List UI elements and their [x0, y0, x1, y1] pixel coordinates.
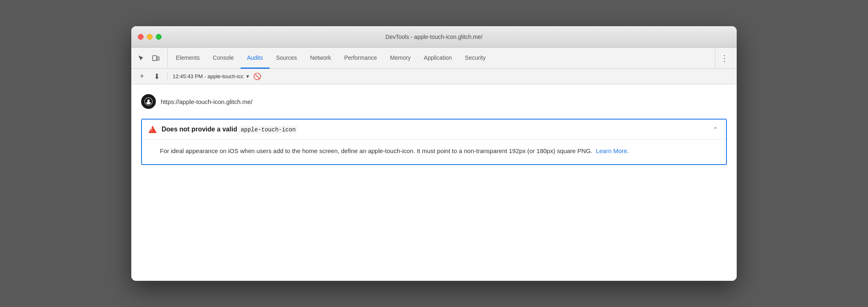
audit-card-body: For ideal appearance on iOS when users a…: [142, 139, 726, 164]
device-toggle-button[interactable]: [149, 52, 162, 65]
block-icon: 🚫: [253, 72, 261, 80]
svg-rect-1: [157, 57, 159, 60]
audit-session-label: 12:45:43 PM - apple-touch-icc ▼: [173, 73, 250, 79]
audit-description: For ideal appearance on iOS when users a…: [160, 147, 592, 154]
tab-security[interactable]: Security: [459, 48, 492, 69]
more-options-button[interactable]: ⋮: [715, 47, 733, 68]
learn-more-link[interactable]: Learn More: [596, 147, 627, 154]
url-bar: https://apple-touch-icon.glitch.me/: [141, 91, 727, 112]
chevron-up-icon[interactable]: ⌃: [711, 125, 720, 133]
session-dropdown[interactable]: ▼: [245, 74, 250, 79]
tab-performance[interactable]: Performance: [337, 48, 383, 69]
window-title: DevTools - apple-touch-icon.glitch.me/: [385, 34, 482, 40]
tab-network[interactable]: Network: [304, 48, 337, 69]
close-button[interactable]: [138, 34, 144, 40]
title-bar: DevTools - apple-touch-icon.glitch.me/: [131, 26, 737, 47]
devtools-toolbar: Elements Console Audits Sources Network …: [131, 47, 737, 69]
devtools-window: DevTools - apple-touch-icon.glitch.me/ E…: [131, 26, 737, 281]
audit-card: Does not provide a valid apple-touch-ico…: [141, 119, 727, 165]
tab-navigation: Elements Console Audits Sources Network …: [169, 47, 715, 68]
audit-title: Does not provide a valid apple-touch-ico…: [162, 126, 706, 133]
tab-console[interactable]: Console: [206, 48, 240, 69]
main-content: https://apple-touch-icon.glitch.me/ Does…: [131, 84, 737, 281]
maximize-button[interactable]: [156, 34, 162, 40]
page-url: https://apple-touch-icon.glitch.me/: [161, 98, 252, 105]
traffic-lights: [138, 34, 162, 40]
warning-icon: [148, 126, 157, 133]
toolbar-icons: [135, 47, 168, 68]
add-audit-button[interactable]: +: [136, 71, 148, 82]
toolbar-divider: [167, 72, 168, 81]
download-button[interactable]: ⬇: [151, 71, 162, 82]
tab-audits[interactable]: Audits: [241, 48, 270, 69]
select-element-button[interactable]: [135, 52, 148, 65]
minimize-button[interactable]: [147, 34, 153, 40]
tab-memory[interactable]: Memory: [384, 48, 418, 69]
svg-rect-0: [153, 56, 157, 61]
tab-application[interactable]: Application: [417, 48, 459, 69]
site-favicon: [141, 94, 156, 109]
audit-card-header[interactable]: Does not provide a valid apple-touch-ico…: [142, 120, 726, 139]
tab-elements[interactable]: Elements: [169, 48, 206, 69]
tab-sources[interactable]: Sources: [270, 48, 304, 69]
secondary-toolbar: + ⬇ 12:45:43 PM - apple-touch-icc ▼ 🚫: [131, 69, 737, 84]
